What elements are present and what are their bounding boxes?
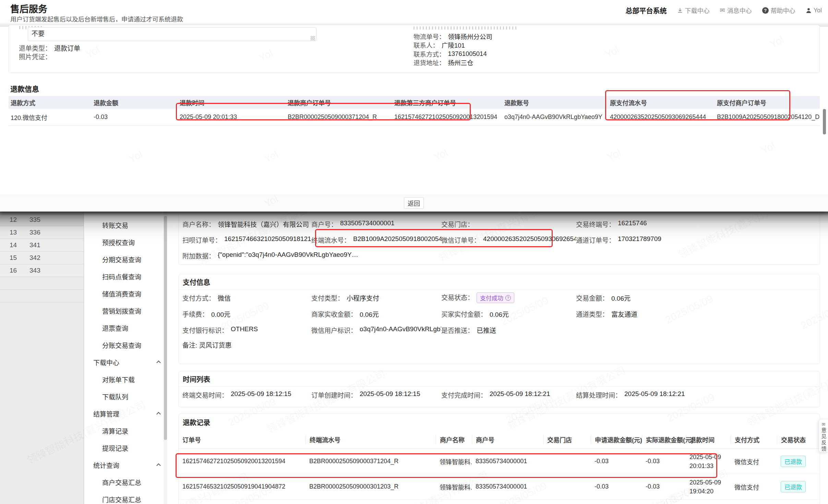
sidebar-scrollbar-thumb[interactable] (164, 216, 167, 440)
field: 是否推送：已推送 (441, 325, 576, 335)
actual-amount-cell: -0.03 (642, 458, 686, 465)
field: 商户名称：领锋智能科技（嘉兴）有限公司 (182, 219, 311, 229)
feedback-tab[interactable]: ✉ 意见反馈 (819, 419, 828, 453)
merchant-no-cell: 833505734000001 (472, 483, 543, 490)
vertical-scrollbar-thumb[interactable] (823, 109, 826, 134)
nav-user[interactable]: Yol (806, 7, 822, 14)
field: 商家实收金额：0.06元 (311, 309, 441, 319)
list-row: 12 335 (0, 214, 84, 226)
chevron-up-icon (156, 463, 161, 468)
column-header: 原支付商户订单号 (715, 98, 820, 107)
sidebar-item[interactable]: 分账交易查询 (84, 336, 170, 353)
field: 终端交易时间：2025-05-09 18:12:15 (182, 390, 311, 399)
payment-info-card: 支付信息 支付方式：微信支付类型：小程序支付 交易状态： 支付成功 交易金额： … (178, 274, 820, 364)
column-header: 支付方式 (731, 435, 777, 444)
column-header: 订单号 (179, 435, 305, 444)
column-header: 申请退款金额(元) (591, 435, 642, 444)
user-icon (806, 8, 812, 13)
extra-data-field: 附加数据： {"openid":"o3q7j4n0-AAGvB90VkRLgbY… (182, 251, 820, 260)
table-cell: 2025-05-09 20:01:33 (178, 113, 286, 121)
watermark: Yol (759, 140, 777, 156)
refunded-badge: 已退款 (781, 481, 806, 492)
sidebar-item[interactable]: 提现记录 (84, 439, 170, 456)
envelope-icon: ✉ (822, 422, 826, 427)
sidebar-item[interactable]: 结算管理 (84, 405, 170, 422)
list-row: 14 341 (0, 239, 84, 252)
sidebar-item[interactable]: 商户交易汇总 (84, 473, 170, 491)
nav-download-center[interactable]: 下载中心 (677, 6, 710, 15)
top-nav: 总部平台系统 下载中心 ✉ 消息中心 帮助中心 Yol (626, 0, 822, 21)
sidebar-item[interactable]: 门店交易汇总 (84, 491, 170, 504)
trade-status-field: 交易状态： 支付成功 (441, 292, 576, 303)
summary-row-3: 附加数据： {"openid":"o3q7j4n0-AAGvB90VkRLgbY… (179, 248, 820, 263)
table-row[interactable]: 162157465321025050919041904872 B2BR00002… (179, 474, 820, 500)
payment-info-title: 支付信息 (179, 274, 820, 290)
column-header: 退款时间 (178, 98, 286, 107)
field: 扫呗订单号：162157466321025050918121514755 (182, 235, 311, 244)
sidebar-item[interactable]: 转账交易 (84, 216, 170, 233)
sidebar-item[interactable]: 下载队列 (84, 388, 170, 405)
refund-remark-textarea[interactable]: 不要 (28, 27, 316, 41)
watermark: Yol (432, 147, 449, 163)
nav-message-center[interactable]: ✉ 消息中心 (720, 6, 752, 15)
refund-request-card: 不要 退单类型：退款订单 照片凭证： 物流单号：领锋扬州分公司 联系人：广陵10… (9, 25, 820, 73)
field: 支付类型：小程序支付 (311, 293, 441, 302)
field: 微信用户标识：o3q7j4n0-AAGvB90VkRLgbYaeo9Y (311, 325, 441, 335)
field: 结算处理时间：2025-05-09 18:12:21 (576, 390, 820, 399)
table-cell: 162157462721025050920013201594 (392, 113, 502, 121)
sidebar-item[interactable]: 下载中心 (84, 353, 170, 371)
field: 买家实付金额：0.06元 (441, 309, 576, 319)
field: 商户号：833505734000001 (311, 219, 441, 229)
sidebar-item[interactable]: 预授权查询 (84, 233, 170, 251)
table-cell: -0.03 (92, 113, 178, 121)
column-header: 退款金额 (92, 98, 178, 107)
refund-records-card: 退款记录 订单号终端流水号商户名称商户号交易门店申请退款金额(元)实际退款金额(… (178, 413, 820, 504)
refund-info-header: 退款方式退款金额退款时间退款商户订单号退款第三方商户订单号退款账号原支付流水号原… (9, 96, 820, 109)
refund-records-header: 订单号终端流水号商户名称商户号交易门店申请退款金额(元)实际退款金额(元)退款时… (179, 430, 820, 449)
sidebar-item[interactable]: 储值消费查询 (84, 285, 170, 302)
question-circle-icon (762, 7, 769, 14)
column-header: 商户号 (472, 435, 543, 444)
refund-time-cell: 2025-05-09 19:04:20 (686, 478, 731, 496)
sidebar-item[interactable]: 退票查询 (84, 319, 170, 336)
sidebar-menu: 转账交易 预授权查询 分期交易查询 扫码点餐查询 (84, 212, 170, 504)
sidebar-item[interactable]: 分期交易查询 (84, 251, 170, 268)
question-circle-icon[interactable] (505, 295, 511, 301)
order-no-cell: 162157465321025050919041904872 (179, 483, 305, 490)
watermark: Yol (605, 147, 623, 163)
column-header: 原支付流水号 (608, 98, 715, 107)
terminal-serial-cell: B2BR0000250509000371204_R (305, 458, 436, 465)
background-list-panel: 12 335 13 336 14 341 15 342 (0, 212, 84, 504)
order-no-cell: 162157462721025050920013201594 (179, 458, 305, 465)
status-cell: 已退款 (777, 456, 820, 467)
sidebar-item[interactable]: 扫码点餐查询 (84, 268, 170, 285)
table-cell: o3q7j4n0-AAGvB90VkRLgbYaeo9Y (502, 113, 608, 121)
refund-type-field: 退单类型：退款订单 (19, 43, 80, 52)
pay-method-cell: 微信支付 (731, 457, 777, 466)
envelope-icon: ✉ (720, 7, 725, 14)
back-button[interactable]: 返回 (404, 197, 424, 209)
field: 交易门店： (441, 219, 576, 229)
merchant-name-cell: 领锋智能科... (436, 457, 472, 466)
column-header: 退款时间 (686, 435, 731, 444)
logistics-row: 联系方式：13761005014 (413, 49, 492, 58)
table-row[interactable]: 162157462721025050920013201594 B2BR00002… (179, 449, 820, 474)
logistics-info: 物流单号：领锋扬州分公司 联系人：广陵101 联系方式：13761005014 … (413, 32, 492, 67)
sidebar-item[interactable]: 营销划拨查询 (84, 302, 170, 319)
table-cell: B2B1009A2025050918002054120_D (715, 113, 820, 121)
sidebar-item[interactable]: 对账单下载 (84, 371, 170, 388)
sidebar-item[interactable]: 清算记录 (84, 422, 170, 439)
nav-help-center[interactable]: 帮助中心 (762, 6, 795, 15)
refund-time-cell: 2025-05-09 20:01:33 (686, 453, 731, 470)
payment-row-2: 手续费：0.00元商家实收金额：0.06元买家实付金额：0.06元通道类型：富友… (179, 306, 820, 322)
download-icon (677, 8, 683, 13)
field: 支付银行标识：OTHERS (182, 325, 311, 335)
sidebar-item[interactable]: 统计查询 (84, 456, 170, 473)
merchant-name-cell: 领锋智能科... (436, 482, 472, 491)
table-cell: 4200002635202505093069265444 (608, 113, 715, 121)
empty-row (0, 277, 84, 290)
column-header: 退款商户订单号 (286, 98, 392, 107)
logistics-row: 物流单号：领锋扬州分公司 (413, 32, 492, 41)
summary-row-2: 扫呗订单号：162157466321025050918121514755终端流水… (179, 232, 820, 248)
field: 终端流水号：B2B1009A2025050918002054120_D (311, 235, 441, 244)
